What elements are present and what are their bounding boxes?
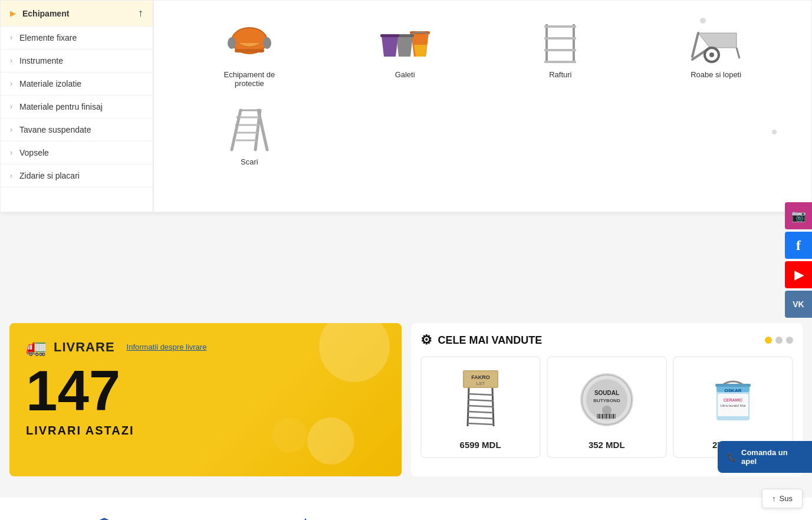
svg-point-3	[228, 37, 236, 49]
svg-line-25	[255, 110, 260, 150]
sidebar-item-label: Echipament	[22, 9, 69, 18]
svg-line-19	[232, 110, 241, 150]
chevron-right-icon: ›	[10, 172, 12, 180]
call-button[interactable]: 📞 Comanda un apel	[718, 441, 812, 473]
sidebar-item-vopsele[interactable]: › Vopsele	[1, 141, 153, 164]
submenu-item-rafturi[interactable]: Rafturi	[489, 18, 633, 88]
vk-button[interactable]: VK	[785, 291, 812, 318]
submenu-item-echipament-protectie[interactable]: Echipament deprotectie	[177, 18, 321, 88]
svg-rect-8	[545, 24, 548, 62]
sidebar-item-label: Tavane suspendate	[19, 125, 91, 134]
main-content: 🚛 LIVRARE Informatii despre livrare 147 …	[0, 314, 812, 520]
facebook-button[interactable]: f	[785, 232, 812, 259]
product-card-soudal[interactable]: SOUDAL BUTYBOND	[547, 356, 667, 458]
sus-button[interactable]: ↑ Sus	[762, 489, 803, 508]
submenu-label: Scari	[241, 157, 258, 166]
vk-icon: VK	[793, 300, 804, 309]
svg-line-38	[468, 400, 494, 401]
sidebar-item-echipament[interactable]: ▶ Echipament ↑	[1, 1, 153, 27]
scari-image	[223, 106, 276, 153]
svg-text:FAKRO: FAKRO	[471, 374, 490, 380]
bottom-item-qr	[613, 515, 803, 520]
chevron-right-icon: ›	[10, 103, 12, 111]
instagram-icon: 📷	[791, 209, 806, 223]
svg-rect-10	[544, 25, 576, 28]
svg-text:OSKAR: OSKAR	[724, 388, 741, 393]
sidebar-item-elemente-fixare[interactable]: › Elemente fixare	[1, 27, 153, 50]
svg-line-37	[468, 394, 494, 395]
settings-icon: ⚙	[420, 333, 432, 348]
livrare-card: 🚛 LIVRARE Informatii despre livrare 147 …	[9, 323, 402, 476]
dot-1[interactable]	[765, 337, 772, 344]
product-price-soudal: 352 MDL	[589, 440, 625, 450]
sidebar-item-label: Zidarie si placari	[19, 171, 80, 180]
soudal-image: SOUDAL BUTYBOND	[580, 373, 633, 426]
cele-title-text: CELE MAI VANDUTE	[438, 334, 543, 347]
chevron-right-icon: ›	[10, 57, 12, 65]
livrare-link[interactable]: Informatii despre livrare	[127, 343, 207, 351]
svg-rect-13	[544, 61, 576, 63]
carousel-dots	[765, 337, 793, 344]
bottom-section	[0, 498, 812, 520]
galeti-image	[379, 18, 432, 65]
submenu-item-roabe-lopeti[interactable]: Roabe si lopeti	[644, 18, 788, 88]
bottom-item-shield	[9, 515, 199, 520]
svg-rect-12	[544, 49, 576, 51]
youtube-icon: ▶	[794, 268, 803, 282]
chevron-right-icon: ›	[10, 126, 12, 134]
dot-3[interactable]	[786, 337, 793, 344]
svg-point-4	[263, 37, 271, 49]
call-label: Comanda un apel	[741, 448, 803, 466]
sidebar-menu: ▶ Echipament ↑ › Elemente fixare › Instr…	[0, 0, 153, 212]
cele-title: ⚙ CELE MAI VANDUTE	[420, 333, 543, 348]
facebook-icon: f	[796, 238, 801, 254]
product-card-fakro[interactable]: FAKRO LST 6599 MD	[420, 356, 541, 458]
bottom-item-truck	[412, 515, 601, 520]
svg-line-40	[468, 412, 494, 413]
product-image-oskar: OSKAR CERAMIC Ultra-lavabil Mat	[681, 364, 785, 435]
chevron-right-icon: ▶	[10, 9, 15, 18]
dot-2[interactable]	[775, 337, 783, 344]
svg-line-18	[737, 48, 739, 58]
submenu-item-galeti[interactable]: Galeti	[333, 18, 477, 88]
product-price-fakro: 6599 MDL	[460, 440, 501, 450]
sidebar-item-label: Materiale izolatie	[19, 79, 81, 88]
svg-point-17	[709, 52, 714, 57]
submenu-label: Roabe si lopeti	[691, 70, 741, 79]
svg-text:CERAMIC: CERAMIC	[724, 398, 743, 402]
qr-icon	[689, 515, 726, 520]
instagram-button[interactable]: 📷	[785, 202, 812, 229]
triangle-icon	[287, 515, 324, 520]
sidebar-item-instrumente[interactable]: › Instrumente	[1, 50, 153, 73]
submenu-item-scari[interactable]: Scari	[177, 106, 321, 166]
submenu-label: Galeti	[395, 70, 415, 79]
youtube-button[interactable]: ▶	[785, 261, 812, 288]
svg-line-41	[468, 417, 494, 419]
svg-rect-11	[544, 37, 576, 40]
svg-text:LST: LST	[476, 381, 485, 386]
submenu-panel: Echipament deprotectie	[153, 0, 812, 212]
social-bar: 📷 f ▶ VK	[785, 202, 812, 318]
cele-header: ⚙ CELE MAI VANDUTE	[420, 333, 794, 348]
svg-rect-7	[380, 34, 399, 37]
sidebar-item-label: Elemente fixare	[19, 33, 77, 42]
svg-point-47	[602, 406, 612, 415]
submenu-label: Rafturi	[549, 70, 571, 79]
shield-icon	[86, 515, 123, 520]
svg-text:Ultra-lavabil Mat: Ultra-lavabil Mat	[720, 404, 746, 407]
livrare-title: LIVRARE	[54, 340, 115, 355]
svg-text:SOUDAL: SOUDAL	[594, 390, 619, 396]
chevron-right-icon: ›	[10, 149, 12, 157]
sidebar-item-materiale-izolatie[interactable]: › Materiale izolatie	[1, 73, 153, 96]
sidebar-item-zidarie-placari[interactable]: › Zidarie si placari	[1, 164, 153, 187]
svg-line-14	[692, 33, 698, 57]
sidebar-item-label: Instrumente	[19, 56, 63, 65]
delivery-truck-icon	[488, 515, 525, 520]
svg-rect-2	[235, 49, 264, 52]
up-arrow-icon: ↑	[772, 494, 776, 503]
sidebar-item-tavane-suspendate[interactable]: › Tavane suspendate	[1, 119, 153, 141]
sidebar-item-materiale-finisaj[interactable]: › Materiale pentru finisaj	[1, 96, 153, 119]
submenu-label: Echipament deprotectie	[224, 70, 275, 88]
sus-label: Sus	[780, 494, 793, 503]
truck-icon: 🚛	[26, 337, 47, 357]
